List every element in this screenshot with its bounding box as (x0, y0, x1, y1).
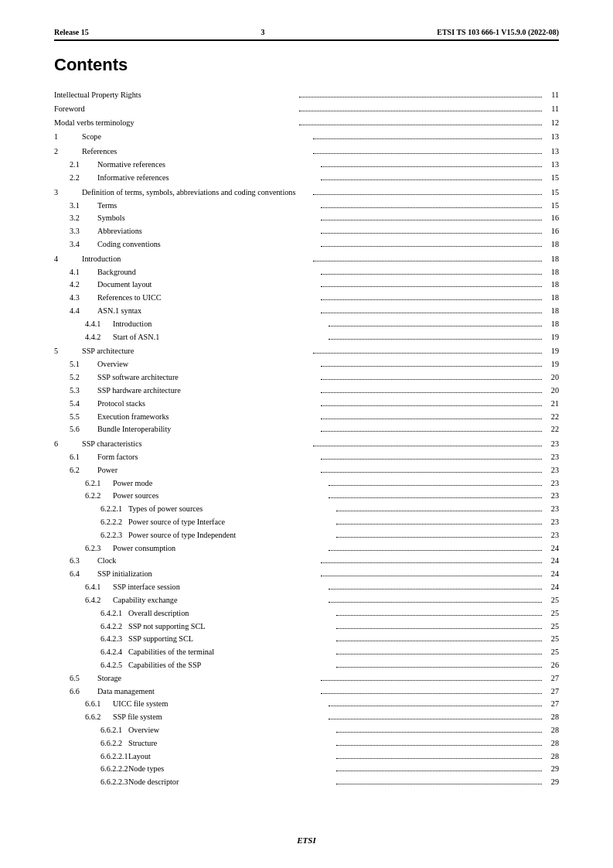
toc-dots (299, 111, 543, 111)
toc-row: 6.2.3Power consumption24 (54, 542, 559, 555)
toc-dots (321, 693, 543, 694)
toc-page-number: 24 (543, 581, 559, 593)
toc-dots (321, 233, 543, 234)
toc-page-number: 19 (543, 358, 559, 371)
toc-section-number: 4.3 (70, 292, 97, 304)
toc-row: 6.4SSP initialization24 (54, 568, 559, 580)
toc-label: SSP not supporting SCL (128, 620, 335, 633)
toc-dots (321, 419, 543, 419)
toc-section-number: 6.6.1 (85, 698, 113, 710)
toc-section-number: 6.2.2 (85, 490, 113, 502)
toc-section-number: 3.2 (70, 212, 97, 224)
toc-row: 6.6.2SSP file system28 (54, 711, 559, 723)
toc-page-number: 23 (543, 477, 559, 490)
toc-label: SSP initialization (97, 568, 319, 580)
toc-label: References (82, 145, 312, 158)
page-title: Contents (54, 55, 559, 75)
toc-row: 6.4.2.5Capabilities of the SSP26 (54, 659, 559, 672)
toc-row: 5.1Overview19 (54, 358, 559, 371)
toc-container: Intellectual Property Rights11Foreword11… (54, 89, 559, 788)
page-footer: ETSI (0, 836, 613, 845)
toc-dots (336, 537, 543, 538)
toc-label: Data management (97, 685, 319, 698)
toc-dots (321, 576, 543, 576)
toc-page-number: 24 (543, 568, 559, 580)
toc-dots (329, 485, 543, 486)
toc-section-number: 2.2 (70, 172, 97, 184)
toc-row: 6.2.2.3Power source of type Independent2… (54, 529, 559, 542)
toc-label: Power mode (113, 477, 327, 490)
toc-page-number: 19 (543, 331, 559, 343)
toc-label: Power consumption (113, 542, 327, 555)
toc-dots (321, 405, 543, 406)
toc-section-number: 6.4.2.1 (100, 607, 128, 620)
toc-section-number: 6.5 (70, 672, 97, 685)
toc-row: 4.4.2Start of ASN.119 (54, 331, 559, 343)
toc-label: Node types (128, 763, 335, 775)
toc-label: Form factors (97, 451, 319, 463)
toc-label: Types of power sources (128, 503, 335, 515)
toc-section-number: 5.4 (70, 398, 97, 410)
toc-row: 4.4ASN.1 syntax18 (54, 305, 559, 317)
toc-row: 6.4.2.4Capabilities of the terminal25 (54, 646, 559, 658)
toc-page-number: 21 (543, 398, 559, 410)
toc-section-number: 6.6 (70, 685, 97, 698)
toc-section-number: 4.1 (70, 266, 97, 279)
toc-row: 3.4Coding conventions18 (54, 238, 559, 251)
toc-page-number: 29 (543, 776, 559, 788)
toc-label: Structure (128, 737, 335, 750)
toc-label: Power (97, 464, 319, 477)
toc-dots (321, 562, 543, 563)
page-header: Release 15 3 ETSI TS 103 666-1 V15.9.0 (… (54, 28, 559, 36)
toc-row: 6.1Form factors23 (54, 451, 559, 463)
toc-section-number: 6.2.2.1 (100, 503, 128, 515)
toc-dots (299, 125, 543, 125)
toc-label: Document layout (97, 279, 319, 291)
toc-page-number: 12 (543, 117, 559, 129)
toc-label: References to UICC (97, 292, 319, 304)
toc-page-number: 23 (543, 451, 559, 463)
toc-row: 6.2.2.1Types of power sources23 (54, 503, 559, 515)
toc-page-number: 28 (543, 724, 559, 736)
toc-dots (321, 459, 543, 460)
toc-page-number: 23 (543, 490, 559, 502)
toc-section-number: 6.2.3 (85, 542, 113, 555)
toc-section-number: 3.1 (70, 200, 97, 212)
toc-label: UICC file system (113, 698, 327, 710)
toc-label: Coding conventions (97, 238, 319, 251)
toc-row: 6.5Storage27 (54, 672, 559, 685)
toc-label: Terms (97, 200, 319, 212)
toc-section-number: 5.6 (70, 423, 97, 436)
toc-label: SSP characteristics (82, 438, 312, 450)
toc-section-number: 6.4.2 (85, 594, 113, 607)
toc-label: Scope (82, 131, 312, 143)
toc-dots (313, 153, 543, 154)
toc-row: 6.4.2.2SSP not supporting SCL25 (54, 620, 559, 633)
toc-dots (329, 602, 543, 603)
header-rule (54, 39, 559, 41)
toc-section-number: 5 (54, 345, 82, 357)
toc-label: Modal verbs terminology (54, 117, 298, 129)
toc-page-number: 15 (543, 186, 559, 199)
toc-section-number: 6.6.2.2.1 (100, 750, 128, 763)
toc-row: 6.2.1Power mode23 (54, 477, 559, 490)
toc-label: ASN.1 syntax (97, 305, 319, 317)
toc-label: Capabilities of the SSP (128, 659, 335, 672)
toc-section-number: 2.1 (70, 159, 97, 171)
toc-dots (329, 339, 543, 340)
toc-section-number: 5.1 (70, 358, 97, 371)
toc-section-number: 6.2.2.2 (100, 516, 128, 528)
toc-section-number: 4.4.1 (85, 318, 113, 330)
toc-label: Power sources (113, 490, 327, 502)
toc-dots (336, 524, 543, 525)
toc-section-number: 6.3 (70, 555, 97, 567)
toc-page-number: 16 (543, 212, 559, 224)
toc-row: Intellectual Property Rights11 (54, 89, 559, 101)
toc-row: 3.3Abbreviations16 (54, 225, 559, 238)
toc-dots (336, 745, 543, 746)
toc-dots (321, 207, 543, 208)
toc-section-number: 4.2 (70, 279, 97, 291)
toc-dots (336, 784, 543, 784)
toc-label: Capabilities of the terminal (128, 646, 335, 658)
toc-page-number: 24 (543, 542, 559, 555)
